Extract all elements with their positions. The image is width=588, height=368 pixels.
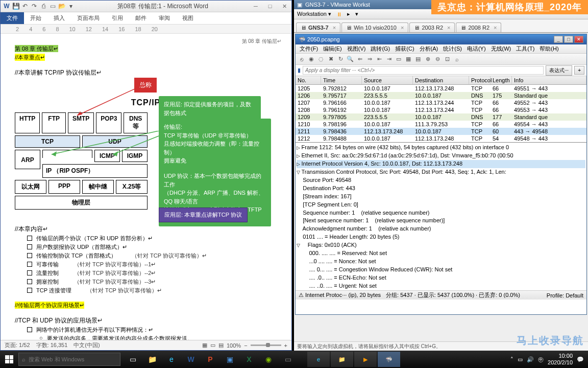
word-titlebar[interactable]: W 💾 ↶ ↷ ⎙ ▭ 📂 ▾ 第08章 传输层:1 - Microsoft W… — [1, 1, 291, 12]
status-words[interactable]: 字数: 16,351 — [36, 341, 68, 349]
tab-references[interactable]: 引用 — [106, 12, 129, 24]
col-no[interactable]: No. — [296, 76, 321, 84]
tab-file[interactable]: 文件 — [1, 12, 24, 24]
packet-details[interactable]: Frame 1212: 54 bytes on wire (432 bits),… — [296, 142, 586, 290]
menu-capture[interactable]: 捕获(C) — [393, 44, 416, 53]
menu-go[interactable]: 跳转(G) — [369, 44, 392, 53]
toolbar-icon-7[interactable]: ⇒ — [365, 55, 374, 63]
toolbar-icon-8[interactable]: ⇤ — [375, 55, 383, 63]
filter-input[interactable] — [303, 66, 544, 75]
detail-line[interactable]: 000. .... .... = Reserved: Not set — [297, 249, 585, 258]
view-web-icon[interactable]: ▤ — [218, 342, 224, 349]
menu-view[interactable]: 视图(V) — [345, 44, 368, 53]
col-protocol[interactable]: Protocol — [469, 76, 491, 84]
detail-line[interactable]: Internet Protocol Version 4, Src: 10.0.0… — [297, 160, 585, 168]
pause-icon[interactable]: ⏸ — [336, 11, 342, 17]
excel-icon[interactable]: X — [240, 351, 258, 368]
word-icon[interactable]: W — [182, 351, 200, 368]
stop-icon[interactable]: ▾ — [355, 11, 358, 17]
detail-line[interactable]: [Next sequence number: 1 (relative seque… — [297, 217, 585, 225]
status-zoom[interactable]: 100% — [227, 342, 241, 349]
menu-analyze[interactable]: 分析(A) — [418, 44, 440, 53]
vm-tab-2008[interactable]: 🖥2008 R2× — [456, 22, 501, 32]
running-explorer-icon[interactable]: 📁 — [331, 352, 353, 367]
close-tab-icon[interactable]: × — [333, 25, 336, 31]
packet-row[interactable]: 12059.79281210.0.0.187112.13.173.248TCP6… — [296, 85, 586, 92]
volume-icon[interactable]: 🔊 — [527, 356, 534, 363]
new-icon[interactable]: ▭ — [48, 2, 57, 10]
wireshark-titlebar[interactable]: 🦈 2050.pcapng _ □ ✕ — [296, 34, 586, 44]
detail-line[interactable]: ...0 .... .... = Nonce: Not set — [297, 258, 585, 266]
print-icon[interactable]: ⎙ — [39, 2, 47, 10]
col-dest[interactable]: Destination — [413, 76, 469, 84]
minimize-icon[interactable]: _ — [554, 36, 563, 43]
tab-layout[interactable]: 页面布局 — [71, 12, 106, 24]
toolbar-icon-2[interactable]: ◌ — [317, 55, 325, 63]
open-icon[interactable]: 📂 — [58, 2, 66, 10]
packet-row[interactable]: 12099.797805223.5.5.510.0.0.187DNS177Sta… — [296, 113, 586, 121]
zoom-out-icon[interactable]: − — [244, 342, 247, 349]
search-input[interactable] — [29, 356, 117, 362]
taskview-icon[interactable]: ▭ — [124, 351, 142, 368]
detail-line[interactable]: Destination Port: 443 — [297, 185, 585, 193]
detail-line[interactable]: Frame 1212: 54 bytes on wire (432 bits),… — [297, 144, 585, 152]
toolbar-icon-12[interactable]: ▤ — [414, 55, 422, 63]
detail-line[interactable]: Sequence number: 1 (relative sequence nu… — [297, 209, 585, 217]
system-tray[interactable]: ˄ ▭ 🔊 ㊥ 10:00 2020/2/10 💬 — [510, 353, 588, 366]
detail-line[interactable]: Transmission Control Protocol, Src Port:… — [297, 168, 585, 176]
col-length[interactable]: Length — [491, 76, 512, 84]
detail-line[interactable]: Acknowledgment number: 1 (relative ack n… — [297, 225, 585, 233]
menu-statistics[interactable]: 统计(S) — [441, 44, 464, 53]
zoom-in-icon[interactable]: + — [284, 342, 287, 349]
col-source[interactable]: Source — [362, 76, 413, 84]
more-icon[interactable]: ▾ — [67, 2, 75, 10]
workstation-menu[interactable]: Workstation ▾ — [297, 11, 331, 17]
status-lang[interactable]: 中文(中国) — [74, 341, 100, 349]
detail-line[interactable]: Ethernet II, Src: aa:0c:29:5d:67:1d (aa:… — [297, 152, 585, 160]
edge-icon[interactable]: e — [162, 351, 181, 368]
ime-icon[interactable]: ㊥ — [538, 356, 544, 363]
packet-row[interactable]: 12069.795717223.5.5.510.0.0.187DNS175Sta… — [296, 92, 586, 99]
toolbar-icon-0[interactable]: ⎋ — [298, 55, 306, 63]
camtasia-icon[interactable]: ◉ — [259, 351, 278, 368]
vmware-icon[interactable]: ▣ — [220, 351, 239, 368]
menu-edit[interactable]: 编辑(E) — [321, 44, 344, 53]
packet-row[interactable]: 12089.79619210.0.0.187112.13.173.244TCP6… — [296, 106, 586, 113]
detail-line[interactable]: .... ..0. .... = Urgent: Not set — [297, 282, 585, 290]
packet-row[interactable]: 12129.79848810.0.0.187112.13.173.248TCP5… — [296, 135, 586, 142]
explorer-icon[interactable]: 📁 — [143, 351, 161, 368]
col-info[interactable]: Info — [512, 76, 586, 84]
menu-wireless[interactable]: 无线(W) — [489, 44, 513, 53]
toolbar-icon-3[interactable]: ✖ — [327, 55, 335, 63]
maximize-icon[interactable]: □ — [265, 2, 275, 10]
toolbar-icon-4[interactable]: ↻ — [336, 55, 345, 63]
add-filter-button[interactable]: + — [574, 66, 584, 75]
menu-help[interactable]: 帮助(H) — [537, 44, 560, 53]
toolbar-icon-10[interactable]: ▭ — [395, 55, 403, 63]
packet-row[interactable]: 12079.79616610.0.0.187112.13.173.244TCP6… — [296, 99, 586, 106]
redo-icon[interactable]: ↷ — [30, 2, 38, 10]
toolbar-icon-14[interactable]: ⊖ — [433, 55, 442, 63]
menu-telephony[interactable]: 电话(Y) — [465, 44, 488, 53]
box-transport-layer[interactable]: 传输层: TCP 可靠传输（UDP 非可靠传输） 且感知对端接收能力调整（即：流… — [159, 119, 271, 169]
menu-file[interactable]: 文件(F) — [298, 44, 320, 53]
detail-line[interactable]: .... .0.. .... = ECN-Echo: Not set — [297, 274, 585, 282]
vm-tab-gns3[interactable]: 🖥GNS3-7× — [296, 22, 340, 32]
zoom-slider[interactable] — [251, 344, 281, 346]
app-icon[interactable]: ▭ — [279, 351, 297, 368]
menu-tools[interactable]: 工具(T) — [514, 44, 536, 53]
search-box[interactable]: ⌕ — [18, 353, 120, 366]
packet-row[interactable]: 12109.79819610.0.0.187111.3.79.253TCP664… — [296, 121, 586, 128]
filter-icon[interactable]: ▮ — [298, 67, 301, 74]
toolbar-icon-1[interactable]: ◉ — [307, 55, 315, 63]
detail-line[interactable]: 0101 .... = Header Length: 20 bytes (5) — [297, 233, 585, 241]
maximize-icon[interactable]: □ — [564, 36, 573, 43]
running-ie-icon[interactable]: e — [307, 352, 330, 367]
tab-view[interactable]: 视图 — [176, 12, 200, 24]
detail-line[interactable]: [TCP Segment Len: 0] — [297, 201, 585, 209]
box-app-layer[interactable]: 应用层: 拟定提供服务的项目，及数据包格式 — [159, 96, 261, 121]
running-wireshark-icon[interactable]: 🦈 — [378, 352, 400, 367]
expression-button[interactable]: 表达式··· — [546, 65, 572, 76]
tab-insert[interactable]: 插入 — [47, 12, 71, 24]
network-icon[interactable]: ▭ — [518, 356, 523, 363]
